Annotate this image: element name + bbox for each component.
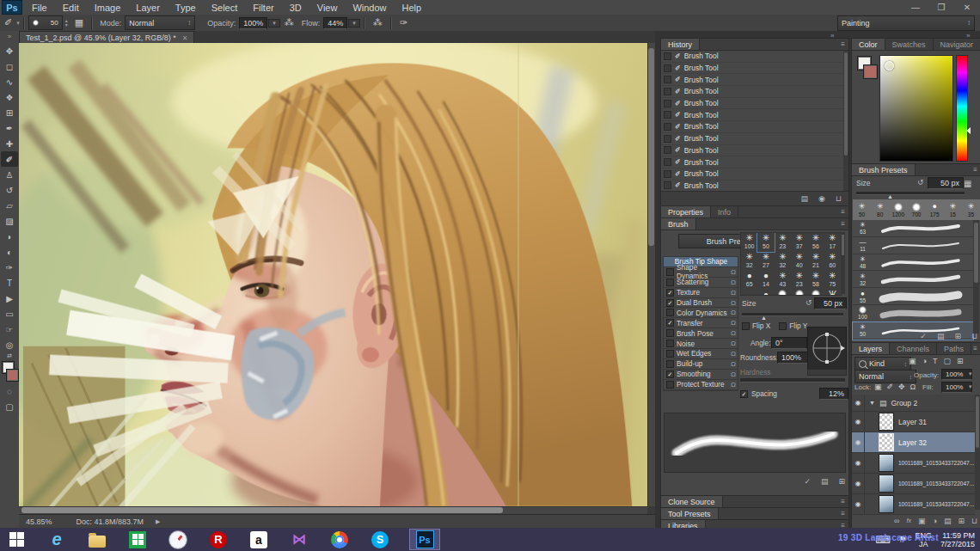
layer-thumbnail[interactable]	[879, 433, 894, 451]
brush-tip-cell[interactable]: —	[741, 290, 757, 296]
brush-tip-cell[interactable]: ✳60	[824, 252, 841, 271]
history-entry[interactable]: Brush Tool	[684, 87, 719, 95]
lock-icon[interactable]: Ω	[731, 360, 736, 368]
tab-tool-presets[interactable]: Tool Presets	[661, 508, 719, 519]
section-brush-pose[interactable]: Brush PoseΩ	[664, 328, 738, 339]
flip-y-checkbox[interactable]: Flip Y	[779, 321, 807, 330]
type-tool[interactable]: T	[1, 275, 18, 291]
panel-menu-icon[interactable]: ≡	[973, 345, 980, 352]
section-smoothing[interactable]: ✓SmoothingΩ	[664, 370, 738, 380]
brush-tip-cell[interactable]: ✳58	[807, 271, 824, 290]
menu-layer[interactable]: Layer	[128, 3, 168, 13]
taskbar-skype[interactable]: S	[369, 530, 391, 549]
taskbar-visual-studio[interactable]: ⋈	[288, 530, 310, 549]
size-slider[interactable]: ▲	[856, 192, 965, 195]
panel-menu-icon[interactable]: ≡	[841, 208, 848, 216]
lock-transparency-icon[interactable]: ▣	[874, 383, 882, 391]
brush-tip-cell[interactable]: ✳21	[807, 252, 824, 271]
layer-row[interactable]: ◉ 10011689_10153433722047...	[852, 494, 975, 515]
taskbar-amazon[interactable]: a	[248, 530, 270, 549]
visibility-eye-icon[interactable]: ◉	[852, 395, 865, 411]
checkbox[interactable]: ✓	[666, 319, 674, 327]
lock-all-icon[interactable]: Ω	[910, 383, 916, 391]
layer-name[interactable]: 10011689_10153433722047...	[898, 481, 974, 487]
brush-tip-cell[interactable]: ✳75	[824, 271, 841, 290]
menu-filter[interactable]: Filter	[245, 3, 281, 13]
screen-mode-button[interactable]: ▢	[1, 399, 18, 414]
opacity-dropdown-icon[interactable]: ▾	[969, 370, 972, 377]
lock-icon[interactable]: Ω	[731, 381, 736, 389]
add-layer-mask-icon[interactable]: ▣	[918, 517, 926, 525]
layer-name[interactable]: Group 2	[891, 399, 917, 407]
visibility-eye-icon[interactable]: ◉	[852, 453, 865, 473]
layer-thumbnail[interactable]	[879, 454, 894, 472]
spacing-checkbox[interactable]: ✓ Spacing	[740, 389, 777, 398]
tab-layers[interactable]: Layers	[852, 343, 890, 354]
workspace-dropdown[interactable]: Painting ↕	[837, 15, 975, 31]
gradient-tool[interactable]: ▨	[1, 213, 18, 229]
eyedropper-tool[interactable]: ✒	[1, 120, 18, 136]
history-source-box[interactable]	[664, 135, 671, 143]
vertical-scrollbar-thumb[interactable]	[648, 48, 654, 246]
checkbox[interactable]	[666, 340, 674, 347]
menu-help[interactable]: Help	[395, 3, 430, 13]
color-field[interactable]	[879, 55, 953, 162]
path-selection-tool[interactable]: ▶	[1, 291, 18, 306]
swap-colors-icon[interactable]: ⇄	[7, 352, 12, 361]
size-slider[interactable]: ▲	[742, 313, 843, 316]
brush-preset-cell[interactable]: ✳80	[871, 199, 889, 220]
section-shape-dynamics[interactable]: Shape DynamicsΩ	[664, 267, 738, 278]
fill-dropdown-icon[interactable]: ▾	[969, 383, 972, 390]
brush-tip-cell[interactable]: ✳32	[775, 252, 791, 271]
brush-preset-cell[interactable]: 1200	[889, 199, 907, 220]
spacing-field[interactable]: 12%	[819, 388, 848, 400]
layer-row[interactable]: ◉ 10011689_10153433722047...	[852, 474, 975, 494]
brush-tip-cell[interactable]: ✳37	[791, 233, 807, 252]
brush-preset-cell[interactable]: 700	[907, 199, 925, 220]
hue-slider-marker[interactable]	[966, 127, 971, 134]
color-field-cursor[interactable]	[885, 61, 894, 70]
layer-row-selected[interactable]: ◉ Layer 32	[852, 432, 975, 453]
flow-field[interactable]: 44%	[323, 17, 347, 29]
presets-scrollbar[interactable]	[973, 220, 979, 334]
history-scrollbar[interactable]	[843, 51, 848, 191]
new-adjustment-layer-icon[interactable]: ◑	[932, 517, 936, 525]
collapse-tools-icon[interactable]: »	[8, 31, 11, 43]
history-source-box[interactable]	[664, 76, 671, 83]
opacity-field[interactable]: 100%	[239, 17, 267, 29]
layer-name[interactable]: Layer 31	[898, 418, 927, 426]
doc-size-info[interactable]: Doc: 41.8M/883.7M	[52, 517, 144, 526]
menu-edit[interactable]: Edit	[55, 3, 87, 13]
lock-paint-icon[interactable]: ✐	[887, 383, 894, 391]
blend-mode-dropdown[interactable]: Normal ↕	[854, 370, 916, 383]
brush-tip-cell[interactable]: ✳100	[741, 233, 757, 252]
brush-preset-row[interactable]: ✳63	[853, 220, 973, 237]
horizontal-scrollbar-thumb[interactable]	[21, 507, 503, 513]
brush-tip-cell[interactable]: ✳27	[757, 252, 774, 271]
history-entry[interactable]: Brush Tool	[684, 111, 719, 119]
brush-size-spinner[interactable]: ▴ ▾	[63, 19, 70, 28]
new-group-icon[interactable]: ▤	[944, 517, 952, 525]
history-source-box[interactable]	[664, 88, 671, 95]
checkbox[interactable]: ✓	[666, 289, 674, 297]
new-snapshot-icon[interactable]: ◉	[818, 194, 825, 203]
panel-menu-icon[interactable]: ≡	[841, 40, 848, 48]
layer-style-fx-icon[interactable]: fx	[907, 517, 911, 523]
size-field[interactable]: 50 px	[928, 177, 964, 189]
checkbox[interactable]	[666, 350, 674, 358]
lock-icon[interactable]: Ω	[731, 309, 736, 316]
slider-thumb[interactable]: ▲	[761, 315, 767, 321]
canvas-viewport[interactable]	[19, 43, 647, 506]
menu-file[interactable]: File	[24, 3, 55, 13]
section-texture[interactable]: ✓TextureΩ	[664, 288, 738, 298]
open-preset-manager-icon[interactable]: ▤	[937, 332, 945, 340]
section-transfer[interactable]: ✓TransferΩ	[664, 318, 738, 328]
delete-brush-icon[interactable]: ⊔	[971, 332, 977, 340]
opacity-field[interactable]: 100%	[941, 369, 972, 380]
visibility-eye-icon[interactable]: ◉	[852, 412, 865, 432]
brush-tool-icon[interactable]: ✐	[0, 17, 16, 28]
history-entry[interactable]: Brush Tool	[684, 122, 719, 131]
lock-icon[interactable]: Ω	[731, 299, 736, 307]
tab-paths[interactable]: Paths	[937, 343, 971, 354]
taskbar-chrome[interactable]	[328, 530, 351, 549]
